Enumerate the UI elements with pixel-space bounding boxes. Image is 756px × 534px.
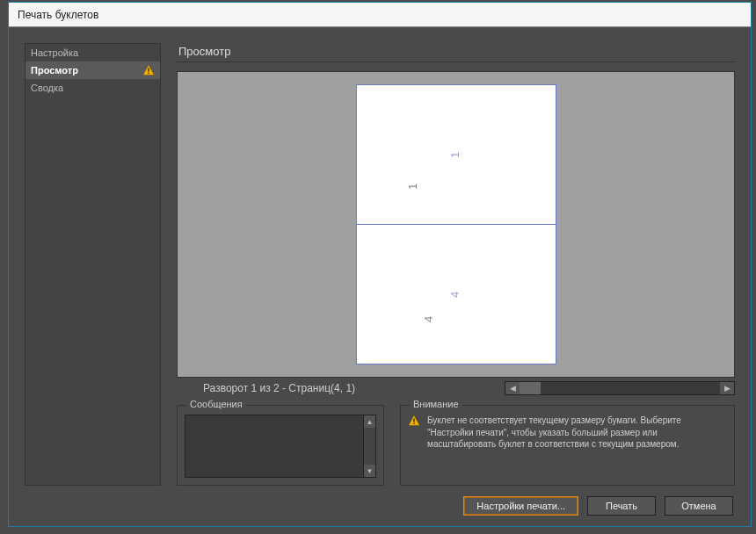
svg-rect-2: [148, 73, 149, 74]
sidebar: Настройка Просмотр Сводка: [25, 43, 161, 486]
scroll-thumb[interactable]: [520, 382, 541, 394]
svg-rect-5: [413, 423, 414, 424]
attention-group: Внимание Буклет не соответствует текущем…: [400, 405, 735, 486]
sidebar-item-setup[interactable]: Настройка: [25, 44, 160, 61]
messages-textarea[interactable]: ▲ ▼: [185, 415, 376, 478]
dialog-titlebar: Печать буклетов: [9, 3, 751, 27]
warning-icon: [408, 415, 420, 427]
chevron-down-icon: ▼: [367, 467, 374, 475]
spread-status: Разворот 1 из 2 - Страниц(4, 1): [177, 382, 505, 394]
spread-scrollbar[interactable]: ◀ ▶: [505, 381, 735, 395]
sidebar-item-label: Просмотр: [31, 65, 78, 76]
page-number-mark: 4: [422, 316, 435, 322]
sidebar-item-label: Сводка: [31, 83, 63, 93]
scroll-down-button[interactable]: ▼: [364, 465, 375, 477]
sidebar-item-summary[interactable]: Сводка: [25, 79, 160, 97]
button-label: Печать: [606, 501, 637, 511]
dialog-title: Печать буклетов: [18, 9, 98, 21]
messages-group: Сообщения ▲ ▼: [177, 405, 384, 486]
svg-rect-1: [148, 68, 149, 71]
chevron-right-icon: ▶: [724, 384, 731, 393]
button-label: Настройки печати...: [476, 501, 565, 511]
print-settings-button[interactable]: Настройки печати...: [463, 496, 578, 516]
scroll-right-button[interactable]: ▶: [720, 382, 734, 394]
messages-legend: Сообщения: [186, 399, 246, 409]
print-button[interactable]: Печать: [587, 496, 656, 516]
page-number-mark-alt: 1: [448, 152, 462, 158]
scroll-left-button[interactable]: ◀: [505, 382, 520, 394]
attention-legend: Внимание: [410, 399, 462, 409]
cancel-button[interactable]: Отмена: [665, 496, 733, 516]
spread: 1 1 4 4: [356, 84, 556, 364]
chevron-left-icon: ◀: [510, 384, 516, 393]
preview-canvas: 1 1 4 4: [177, 71, 735, 378]
preview-page-top: 1 1: [356, 84, 556, 225]
page-number-mark-alt: 4: [448, 292, 462, 298]
warning-icon: [142, 64, 155, 76]
scroll-up-button[interactable]: ▲: [364, 415, 375, 428]
preview-page-bottom: 4 4: [356, 224, 556, 364]
print-booklets-dialog: Печать буклетов Настройка Просмотр Сводк…: [8, 2, 752, 527]
scroll-track[interactable]: [520, 382, 720, 394]
sidebar-item-label: Настройка: [31, 47, 78, 58]
svg-rect-4: [413, 418, 414, 422]
preview-heading: Просмотр: [177, 43, 735, 62]
page-number-mark: 1: [406, 184, 419, 190]
messages-scrollbar[interactable]: ▲ ▼: [363, 415, 375, 477]
sidebar-item-preview[interactable]: Просмотр: [25, 61, 160, 79]
attention-text: Буклет не соответствует текущему размеру…: [427, 415, 727, 478]
button-label: Отмена: [681, 501, 716, 511]
chevron-up-icon: ▲: [367, 418, 374, 426]
